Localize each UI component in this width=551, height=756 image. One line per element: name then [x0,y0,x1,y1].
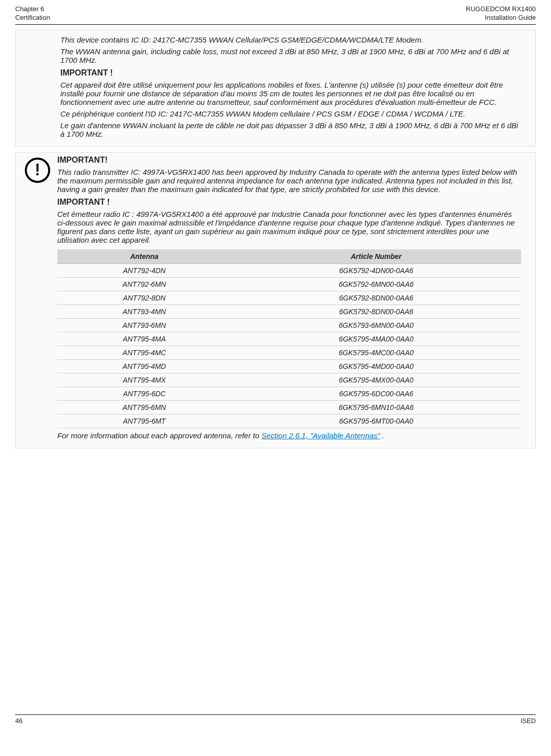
article-number-cell: 6GK5795-6DC00-0AA6 [231,387,521,400]
article-number-cell: 6GK5792-6MN00-0AA6 [231,277,521,291]
callout2-p1: This radio transmitter IC: 4997A-VG5RX14… [57,168,521,194]
antenna-cell: ANT792-6MN [57,277,231,291]
table-row: ANT795-4MD6GK5795-4MD00-0AA0 [57,359,521,373]
table-row: ANT795-6MN6GK5795-6MN10-0AA6 [57,400,521,414]
callout1-p1: This device contains IC ID: 2417C-MC7355… [60,35,521,44]
antenna-cell: ANT793-6MN [57,318,231,332]
antenna-cell: ANT795-4MA [57,332,231,346]
table-row: ANT795-6MT6GK5795-6MT00-0AA0 [57,414,521,428]
header-left-top: Chapter 6 [15,5,50,14]
callout1-head1: IMPORTANT ! [60,68,521,78]
table-row: ANT795-6DC6GK5795-6DC00-0AA6 [57,387,521,400]
table-row: ANT792-8DN6GK5792-8DN00-0AA6 [57,291,521,305]
antenna-cell: ANT793-4MN [57,305,231,318]
article-number-cell: 6GK5795-4MD00-0AA0 [231,359,521,373]
callout1-p5: Le gain d'antenne WWAN incluant la perte… [60,121,521,138]
table-row: ANT795-4MX6GK5795-4MX00-0AA0 [57,373,521,387]
table-row: ANT795-4MC6GK5795-4MC00-0AA0 [57,346,521,359]
callout-box-1: This device contains IC ID: 2417C-MC7355… [15,30,536,147]
article-number-cell: 6GK5795-6MN10-0AA6 [231,400,521,414]
page-footer: 46 ISED [15,714,536,725]
header-right-bottom: Installation Guide [466,14,536,22]
table-row: ANT792-6MN6GK5792-6MN00-0AA6 [57,277,521,291]
callout1-p4: Ce périphérique contient l'ID IC: 2417C-… [60,109,521,118]
table-row: ANT793-6MN6GK5793-6MN00-0AA0 [57,318,521,332]
antenna-col2: Article Number [231,249,521,264]
article-number-cell: 6GK5793-6MN00-0AA0 [231,318,521,332]
more-info-suffix: . [380,431,384,440]
antenna-cell: ANT795-4MX [57,373,231,387]
callout1-p3: Cet appareil doit être utilisé uniquemen… [60,81,521,106]
antenna-cell: ANT795-6DC [57,387,231,400]
antenna-cell: ANT792-8DN [57,291,231,305]
article-number-cell: 6GK5795-4MA00-0AA0 [231,332,521,346]
antenna-cell: ANT795-6MT [57,414,231,428]
antenna-cell: ANT792-4DN [57,263,231,277]
antenna-cell: ANT795-4MD [57,359,231,373]
more-info: For more information about each approved… [57,431,521,440]
article-number-cell: 6GK5795-4MC00-0AA0 [231,346,521,359]
callout2-head1: IMPORTANT ! [57,198,521,207]
callout1-p2: The WWAN antenna gain, including cable l… [60,47,521,64]
section-code: ISED [521,717,536,725]
table-row: ANT792-4DN6GK5792-4DN00-0AA6 [57,263,521,277]
table-row: ANT793-4MN6GK5792-8DN00-0AA6 [57,305,521,318]
page-header: Chapter 6 Certification RUGGEDCOM RX1400… [15,5,536,23]
page-number: 46 [15,717,22,725]
callout-box-2: IMPORTANT! This radio transmitter IC: 49… [15,152,536,448]
important-icon [25,158,50,183]
callout2-p2: Cet émetteur radio IC : 4997A-VG5RX1400 … [57,210,521,244]
antenna-cell: ANT795-6MN [57,400,231,414]
more-info-prefix: For more information about each approved… [57,431,262,440]
article-number-cell: 6GK5792-8DN00-0AA6 [231,305,521,318]
header-right-top: RUGGEDCOM RX1400 [466,5,536,14]
antenna-col1: Antenna [57,249,231,264]
header-rule [15,24,536,25]
article-number-cell: 6GK5792-8DN00-0AA6 [231,291,521,305]
available-antennas-link[interactable]: Section 2.6.1, "Available Antennas" [262,431,380,440]
callout2-head0: IMPORTANT! [57,156,521,165]
antenna-cell: ANT795-4MC [57,346,231,359]
header-left-bottom: Certification [15,14,50,22]
article-number-cell: 6GK5795-6MT00-0AA0 [231,414,521,428]
article-number-cell: 6GK5795-4MX00-0AA0 [231,373,521,387]
article-number-cell: 6GK5792-4DN00-0AA6 [231,263,521,277]
table-row: ANT795-4MA6GK5795-4MA00-0AA0 [57,332,521,346]
antenna-table: Antenna Article Number ANT792-4DN6GK5792… [57,249,521,428]
